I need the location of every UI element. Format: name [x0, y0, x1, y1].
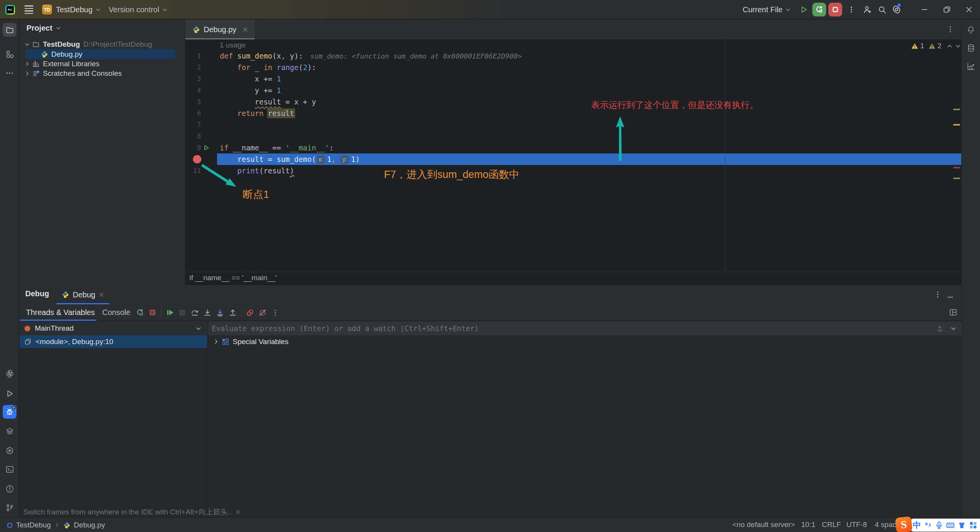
- line-number-4[interactable]: 4: [185, 85, 201, 96]
- sidebar-item-endpoints[interactable]: [964, 59, 978, 73]
- line-number-3[interactable]: 3: [185, 73, 201, 85]
- close-hint-icon[interactable]: [235, 509, 241, 515]
- sidebar-item-run[interactable]: [3, 387, 16, 400]
- run-configuration-selector[interactable]: Current File: [740, 0, 794, 19]
- sidebar-item-project[interactable]: [3, 23, 16, 37]
- line-number-1[interactable]: 1: [185, 50, 201, 62]
- sidebar-item-problems[interactable]: [3, 482, 16, 496]
- scrollbar-mark-weak-warning[interactable]: [953, 109, 960, 110]
- run-button[interactable]: [798, 3, 810, 16]
- restore-button[interactable]: [936, 0, 958, 19]
- tab-console[interactable]: Console: [102, 304, 130, 321]
- line-number-6[interactable]: 6: [185, 108, 201, 119]
- prev-problem-button[interactable]: [946, 43, 953, 49]
- run-line-marker[interactable]: [203, 144, 210, 151]
- status-line-ending[interactable]: CRLF: [822, 521, 841, 529]
- ime-mic-icon[interactable]: [935, 521, 943, 529]
- code-with-me-button[interactable]: [860, 0, 875, 19]
- scrollbar-mark-weak-warning2[interactable]: [953, 178, 960, 179]
- inspections-widget[interactable]: 1 2: [911, 41, 961, 51]
- step-into-button[interactable]: [203, 308, 212, 317]
- debug-toolbar-more-button[interactable]: [271, 308, 279, 317]
- stop-debug-button[interactable]: [148, 308, 157, 317]
- next-problem-button[interactable]: [955, 43, 961, 49]
- line-number-7[interactable]: 7: [185, 119, 201, 131]
- settings-button[interactable]: [889, 0, 904, 19]
- layout-settings-button[interactable]: [949, 308, 957, 317]
- sogou-logo[interactable]: S: [895, 516, 913, 532]
- sidebar-item-python-packages[interactable]: [3, 367, 16, 380]
- sidebar-item-services[interactable]: [3, 424, 16, 438]
- search-everywhere-button[interactable]: [875, 0, 889, 19]
- force-step-into-button[interactable]: [216, 308, 224, 317]
- line-number-9[interactable]: 9: [185, 142, 201, 153]
- line-number-8[interactable]: 8: [185, 131, 201, 142]
- ime-toolbox-icon[interactable]: [969, 521, 977, 529]
- tab-threads-variables[interactable]: Threads & Variables: [26, 304, 95, 321]
- chevron-down-icon[interactable]: [950, 325, 957, 332]
- close-tab-icon[interactable]: [242, 27, 248, 33]
- debug-panel-splitter[interactable]: [208, 321, 208, 517]
- step-out-button[interactable]: [229, 308, 237, 317]
- tree-item-project-root[interactable]: TestDebug D:\Project\TestDebug: [20, 39, 185, 49]
- view-breakpoints-button[interactable]: [246, 308, 254, 317]
- line-number-2[interactable]: 2: [185, 62, 201, 73]
- line-number-11[interactable]: 11: [185, 165, 201, 176]
- sidebar-item-database[interactable]: [964, 41, 978, 55]
- debug-hint-banner: Switch frames from anywhere in the IDE w…: [23, 507, 241, 517]
- tree-item-debug-py[interactable]: Debug.py: [20, 49, 185, 59]
- close-button[interactable]: [958, 0, 980, 19]
- project-header[interactable]: Project: [26, 24, 61, 33]
- stack-frame-item[interactable]: <module>, Debug.py:10: [20, 335, 207, 348]
- scrollbar-mark-breakpoint[interactable]: [953, 167, 960, 168]
- line-number-5[interactable]: 5: [185, 96, 201, 108]
- ime-punctuation-icon[interactable]: [924, 521, 932, 529]
- code-editor[interactable]: 1 usage def sum_demo(x, y):sum_demo: <fu…: [185, 39, 961, 272]
- minimize-icon: [947, 294, 954, 301]
- mute-breakpoints-button[interactable]: [258, 308, 267, 317]
- minimize-button[interactable]: [913, 0, 936, 19]
- thread-selector[interactable]: MainThread: [20, 321, 208, 335]
- status-encoding[interactable]: UTF-8: [846, 521, 867, 529]
- breadcrumb-context[interactable]: if __name__ == '__main__': [189, 274, 277, 282]
- special-variables-group[interactable]: Special Variables: [208, 335, 288, 348]
- status-server[interactable]: <no default server>: [732, 521, 795, 529]
- ime-language-button[interactable]: 中: [913, 520, 921, 530]
- hide-tool-window-button[interactable]: [947, 294, 954, 301]
- more-actions-button[interactable]: [844, 0, 858, 19]
- notifications-button[interactable]: [964, 23, 978, 37]
- tree-item-external-libraries[interactable]: External Libraries: [20, 59, 185, 69]
- python-icon: [41, 51, 48, 58]
- add-watch-button[interactable]: [936, 325, 944, 332]
- evaluate-expression-input[interactable]: Evaluate expression (Enter) or add a wat…: [208, 321, 961, 335]
- tab-debug-py[interactable]: Debug.py: [185, 20, 255, 39]
- breadcrumbs[interactable]: if __name__ == '__main__': [185, 272, 961, 285]
- sidebar-item-more[interactable]: [3, 66, 16, 80]
- close-tab-icon[interactable]: [99, 292, 104, 297]
- tree-item-scratches[interactable]: Scratches and Consoles: [20, 69, 185, 78]
- scrollbar-mark-warning[interactable]: [953, 124, 960, 126]
- breakpoint-dot[interactable]: [193, 155, 201, 163]
- tree-external-libraries-label: External Libraries: [43, 60, 100, 68]
- rerun-button[interactable]: [136, 308, 144, 317]
- tab-bar-options-button[interactable]: [946, 25, 954, 33]
- sidebar-item-version-control[interactable]: [3, 501, 16, 514]
- stop-button[interactable]: [828, 3, 842, 16]
- rerun-debug-button[interactable]: [812, 3, 826, 16]
- debug-options-button[interactable]: [934, 290, 942, 299]
- status-bar: TestDebug Debug.py <no default server> 1…: [0, 517, 980, 532]
- structure-icon: [5, 50, 14, 59]
- sidebar-item-services-hexagon[interactable]: [3, 444, 16, 457]
- ime-keyboard-icon[interactable]: [946, 521, 955, 530]
- usages-inlay-hint[interactable]: 1 usage: [220, 40, 246, 50]
- ime-skin-icon[interactable]: [957, 521, 966, 530]
- debug-session-tab[interactable]: Debug: [56, 285, 109, 304]
- pause-button[interactable]: [178, 308, 186, 317]
- resume-button[interactable]: [165, 308, 174, 317]
- sidebar-item-terminal[interactable]: [3, 462, 16, 476]
- sidebar-item-structure[interactable]: [3, 47, 16, 61]
- step-over-button[interactable]: [191, 308, 199, 317]
- status-caret-position[interactable]: 10:1: [801, 521, 815, 529]
- python-packages-icon: [5, 369, 14, 378]
- sidebar-item-debug[interactable]: [3, 405, 16, 419]
